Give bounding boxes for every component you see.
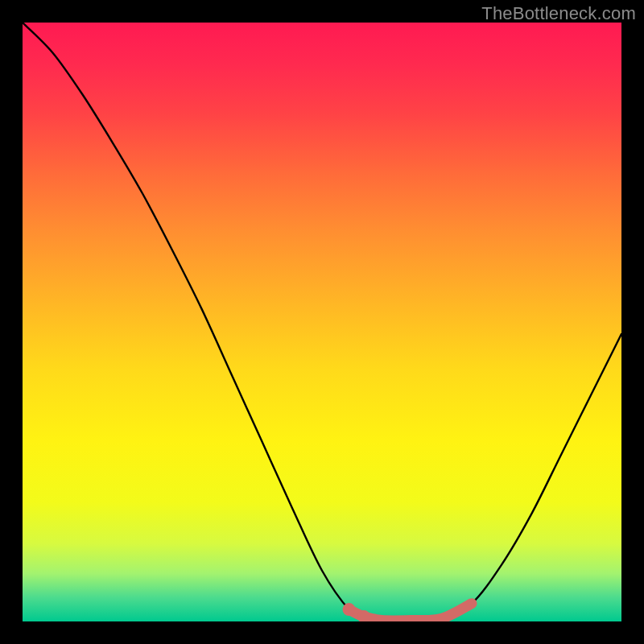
chart-root: TheBottleneck.com	[0, 0, 644, 644]
plot-area	[23, 23, 621, 621]
bottleneck-curve	[23, 23, 621, 621]
watermark-text: TheBottleneck.com	[481, 3, 636, 24]
chart-svg	[23, 23, 621, 621]
highlight-dot	[342, 603, 355, 616]
